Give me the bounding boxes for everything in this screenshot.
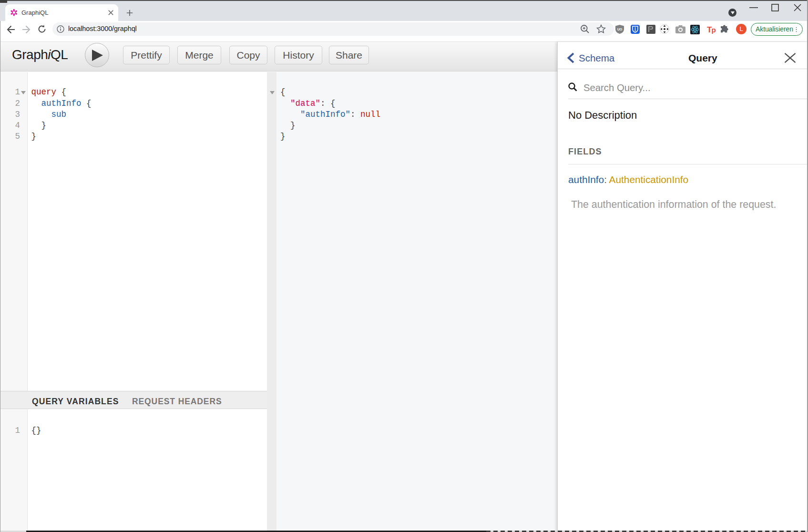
svg-text:UO: UO bbox=[617, 28, 623, 31]
